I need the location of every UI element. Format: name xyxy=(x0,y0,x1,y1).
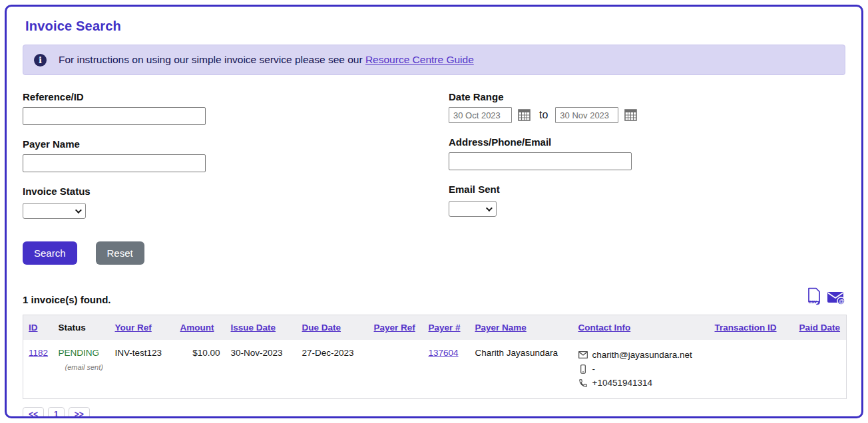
col-header-payer-number: Payer # xyxy=(423,315,470,341)
sort-payer-name[interactable]: Payer Name xyxy=(475,323,527,333)
cell-id: 1182 xyxy=(23,340,53,398)
export-icons: csv @ xyxy=(807,287,845,305)
col-header-payer-name: Payer Name xyxy=(470,315,573,341)
contact-email: charith@jayasundara.net xyxy=(592,348,692,362)
pagination-prev-button[interactable]: << xyxy=(23,407,44,419)
email-sent-select[interactable] xyxy=(449,201,497,217)
calendar-icon xyxy=(518,109,531,121)
cell-payer-ref xyxy=(369,340,423,398)
pagination-next-button[interactable]: >> xyxy=(69,407,90,419)
table-row: 1182 PENDING (email sent) INV-test123 $1… xyxy=(23,340,847,398)
invoice-status-field-group: Invoice Status xyxy=(23,186,449,219)
sort-id[interactable]: ID xyxy=(29,323,38,333)
cell-status: PENDING (email sent) xyxy=(53,340,110,398)
reference-input[interactable] xyxy=(23,107,206,125)
reference-label: Reference/ID xyxy=(23,91,449,102)
invoice-id-link[interactable]: 1182 xyxy=(29,348,48,358)
contact-phone: +10451941314 xyxy=(592,376,652,390)
invoice-search-page: Invoice Search i For instructions on usi… xyxy=(5,5,863,418)
address-field-group: Address/Phone/Email xyxy=(449,136,845,170)
contact-phone-line: +10451941314 xyxy=(578,376,704,390)
sort-issue-date[interactable]: Issue Date xyxy=(231,323,276,333)
mobile-phone-icon xyxy=(578,364,588,374)
payer-name-label: Payer Name xyxy=(23,138,449,150)
col-header-issue-date: Issue Date xyxy=(226,315,297,341)
date-from-input[interactable] xyxy=(449,107,512,123)
csv-file-icon: csv xyxy=(807,287,821,305)
date-from-calendar-button[interactable] xyxy=(518,109,531,121)
sort-transaction-id[interactable]: Transaction ID xyxy=(715,323,777,333)
form-right-column: Date Range to xyxy=(449,91,845,232)
invoice-status-label: Invoice Status xyxy=(23,186,449,197)
sort-amount[interactable]: Amount xyxy=(180,323,214,333)
email-sent-field-group: Email Sent xyxy=(449,184,845,217)
col-header-payer-ref: Payer Ref xyxy=(369,315,423,341)
chevron-down-icon xyxy=(486,205,493,212)
sort-contact-info[interactable]: Contact Info xyxy=(578,323,631,333)
contact-mobile: - xyxy=(592,362,596,376)
address-input[interactable] xyxy=(449,152,632,170)
cell-payer-name: Charith Jayasundara xyxy=(470,340,573,398)
contact-email-line: charith@jayasundara.net xyxy=(578,348,704,362)
status-note: (email sent) xyxy=(59,363,105,371)
date-to-input[interactable] xyxy=(555,107,618,123)
search-form: Reference/ID Payer Name Invoice Status D… xyxy=(23,91,845,232)
status-badge: PENDING xyxy=(59,348,105,358)
resource-centre-guide-link[interactable]: Resource Centre Guide xyxy=(365,54,474,65)
info-banner: i For instructions on using our simple i… xyxy=(23,45,845,75)
col-header-contact-info: Contact Info xyxy=(573,315,710,341)
payer-name-input[interactable] xyxy=(23,154,206,172)
cell-payer-number: 137604 xyxy=(423,340,470,398)
banner-message: For instructions on using our simple inv… xyxy=(59,54,363,65)
col-header-id: ID xyxy=(23,315,53,341)
sort-paid-date[interactable]: Paid Date xyxy=(799,323,841,333)
sort-payer-number[interactable]: Payer # xyxy=(429,323,461,333)
form-actions: Search Reset xyxy=(23,241,845,265)
form-left-column: Reference/ID Payer Name Invoice Status xyxy=(23,91,449,232)
banner-text: For instructions on using our simple inv… xyxy=(59,54,474,66)
col-header-due-date: Due Date xyxy=(297,315,369,341)
col-header-transaction-id: Transaction ID xyxy=(710,315,794,341)
envelope-icon xyxy=(578,351,588,358)
col-header-your-ref: Your Ref xyxy=(110,315,175,341)
address-label: Address/Phone/Email xyxy=(449,136,845,148)
export-csv-button[interactable]: csv xyxy=(807,287,821,305)
cell-paid-date xyxy=(794,340,847,398)
pagination: << 1 >> xyxy=(23,407,845,419)
payer-number-link[interactable]: 137604 xyxy=(429,348,459,358)
sort-due-date[interactable]: Due Date xyxy=(302,323,341,333)
reset-button[interactable]: Reset xyxy=(96,241,144,265)
cell-your-ref: INV-test123 xyxy=(110,340,175,398)
col-header-paid-date: Paid Date xyxy=(794,315,847,341)
calendar-icon xyxy=(624,109,637,121)
pagination-page-1-button[interactable]: 1 xyxy=(48,407,65,419)
date-range-field-group: Date Range to xyxy=(449,91,845,123)
svg-text:csv: csv xyxy=(809,299,817,305)
date-range-label: Date Range xyxy=(449,91,845,102)
cell-due-date: 27-Dec-2023 xyxy=(297,340,369,398)
search-button[interactable]: Search xyxy=(23,241,77,265)
results-bar: 1 invoice(s) found. csv @ xyxy=(23,287,845,305)
sort-your-ref[interactable]: Your Ref xyxy=(115,323,152,333)
email-sent-label: Email Sent xyxy=(449,184,845,195)
date-range-row: to xyxy=(449,107,845,123)
date-to-calendar-button[interactable] xyxy=(624,109,637,121)
page-title: Invoice Search xyxy=(25,19,845,34)
invoice-status-select[interactable] xyxy=(23,203,86,219)
email-results-button[interactable]: @ xyxy=(827,291,845,305)
results-count: 1 invoice(s) found. xyxy=(23,294,111,305)
col-header-amount: Amount xyxy=(175,315,226,341)
cell-contact-info: charith@jayasundara.net - +10451941 xyxy=(573,340,710,398)
sort-payer-ref[interactable]: Payer Ref xyxy=(374,323,415,333)
date-range-separator: to xyxy=(539,109,548,121)
phone-icon xyxy=(578,378,588,388)
col-header-status: Status xyxy=(53,315,110,341)
reference-field-group: Reference/ID xyxy=(23,91,449,125)
info-icon: i xyxy=(34,54,47,67)
svg-text:@: @ xyxy=(839,298,844,305)
chevron-down-icon xyxy=(75,207,82,213)
invoice-results-table: ID Status Your Ref Amount Issue Date Due… xyxy=(23,315,847,399)
table-header-row: ID Status Your Ref Amount Issue Date Due… xyxy=(23,315,847,341)
cell-amount: $10.00 xyxy=(175,340,226,398)
cell-issue-date: 30-Nov-2023 xyxy=(226,340,297,398)
